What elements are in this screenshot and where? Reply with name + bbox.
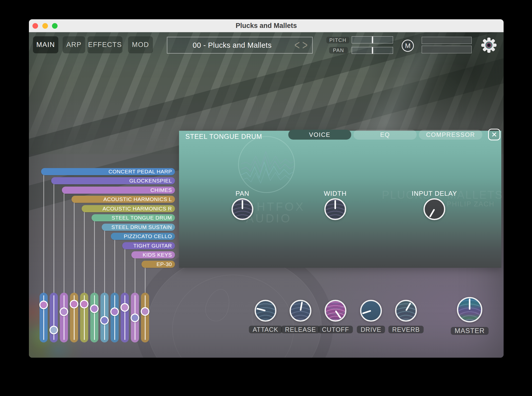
preset-next-icon[interactable]: > — [302, 39, 308, 52]
tab-effects[interactable]: EFFECTS — [87, 36, 122, 53]
pan-slider[interactable] — [352, 47, 393, 54]
fader-handle-steel-tongue-drum[interactable] — [90, 304, 99, 313]
panel-knob-label-input-delay: INPUT DELAY — [412, 190, 457, 197]
panel-knob-width[interactable] — [324, 198, 346, 220]
pitch-slider-handle[interactable] — [372, 37, 373, 43]
panel-close-button[interactable]: ✕ — [488, 129, 500, 140]
channel-connector-line — [104, 229, 105, 293]
channel-connector-line — [114, 238, 115, 293]
fader-handle-acoustic-harmonics-r[interactable] — [80, 300, 88, 308]
fader-track-line — [64, 295, 64, 340]
fader-handle-acoustic-harmonics-l[interactable] — [70, 300, 78, 308]
plugin-window: Plucks and Mallets MAIN ARP EFFECTS MOD … — [29, 19, 504, 358]
panel-tab-compressor[interactable]: COMPRESSOR — [419, 130, 482, 140]
knob-label-master: MASTER — [451, 327, 489, 335]
fader-handle-concert-pedal-harp[interactable] — [39, 301, 48, 309]
knob-label-reverb: REVERB — [388, 326, 424, 333]
channel-pill-concert-pedal-harp[interactable]: CONCERT PEDAL HARP — [41, 168, 175, 175]
mono-button[interactable]: M — [402, 40, 414, 52]
panel-knob-indicator — [242, 200, 243, 209]
preset-arrows: < > — [282, 41, 312, 50]
fader-handle-ep-30[interactable] — [141, 307, 149, 316]
fader-track-line — [114, 295, 115, 340]
channel-connector-line — [125, 248, 125, 293]
pan-label: PAN — [329, 47, 348, 54]
panel-knob-label-pan: PAN — [236, 190, 250, 197]
knob-label-cutoff: CUTOFF — [318, 326, 353, 333]
watermark-author-name: PHILIP ZACH — [447, 200, 494, 208]
channel-connector-line — [135, 257, 135, 293]
channel-pill-glockenspiel[interactable]: GLOCKENSPIEL — [51, 177, 175, 184]
panel-knob-indicator — [334, 200, 336, 209]
tab-main[interactable]: MAIN — [33, 36, 58, 53]
channel-pill-acoustic-harmonics-l[interactable]: ACOUSTIC HARMONICS L — [72, 196, 175, 203]
channel-pill-kids-keys[interactable]: KIDS KEYS — [131, 251, 175, 258]
knob-label-attack: ATTACK — [249, 326, 282, 333]
channel-connector-line — [43, 174, 44, 293]
voice-editor-panel: STEEL TONGUE DRUM VOICE EQ COMPRESSOR ✕ … — [179, 131, 501, 268]
knob-label-release: RELEASE — [281, 326, 320, 333]
panel-knob-label-width: WIDTH — [324, 190, 347, 197]
preset-selector[interactable]: 00 - Plucks and Mallets < > — [167, 37, 313, 54]
preset-name: 00 - Plucks and Mallets — [167, 41, 282, 50]
pitch-label: PITCH — [326, 37, 349, 43]
pan-slider-handle[interactable] — [372, 47, 373, 54]
fader-handle-pizzicato-cello[interactable] — [110, 307, 119, 316]
panel-tab-eq[interactable]: EQ — [353, 130, 417, 140]
fader-handle-chimes[interactable] — [60, 307, 68, 316]
watermark-brand-line2: AUDIO — [246, 211, 292, 225]
preset-prev-icon[interactable]: < — [294, 39, 300, 52]
fader-track-line — [125, 295, 125, 340]
channel-pill-pizzicato-cello[interactable]: PIZZICATO CELLO — [111, 233, 175, 240]
channel-connector-line — [64, 192, 64, 293]
panel-knob-indicator — [429, 209, 435, 218]
channel-connector-line — [84, 211, 85, 293]
panel-knob-pan[interactable] — [232, 198, 253, 220]
fader-track-line — [145, 295, 146, 340]
lightfox-logo-watermark — [238, 136, 295, 193]
fader-handle-steel-drum-sustain[interactable] — [100, 316, 109, 325]
tab-arp[interactable]: ARP — [63, 36, 85, 53]
pitch-slider[interactable] — [352, 36, 393, 43]
knob-label-drive: DRIVE — [357, 326, 385, 333]
fader-handle-kids-keys[interactable] — [131, 314, 139, 322]
channel-pill-steel-tongue-drum[interactable]: STEEL TONGUE DRUM — [92, 214, 175, 221]
channel-pill-acoustic-harmonics-r[interactable]: ACOUSTIC HARMONICS R — [82, 205, 175, 212]
close-icon: ✕ — [491, 130, 497, 139]
channel-pill-tight-guitar[interactable]: TIGHT GUITAR — [122, 242, 175, 249]
channel-connector-line — [145, 266, 146, 293]
panel-knob-input-delay[interactable] — [423, 198, 445, 220]
channel-pill-chimes[interactable]: CHIMES — [62, 187, 175, 194]
channel-connector-line — [94, 220, 95, 293]
channel-pill-steel-drum-sustain[interactable]: STEEL DRUM SUSTAIN — [102, 224, 175, 231]
panel-tab-voice[interactable]: VOICE — [288, 130, 351, 140]
settings-gear-icon[interactable] — [481, 37, 497, 53]
window-title: Plucks and Mallets — [29, 19, 504, 32]
tab-mod[interactable]: MOD — [128, 36, 153, 53]
fader-track-line — [94, 295, 95, 340]
panel-title: STEEL TONGUE DRUM — [185, 133, 262, 141]
level-meter-right — [422, 46, 472, 53]
channel-connector-line — [74, 201, 75, 293]
fader-handle-glockenspiel[interactable] — [49, 326, 58, 334]
level-meter-left — [422, 37, 472, 44]
fader-handle-tight-guitar[interactable] — [120, 303, 129, 312]
channel-pill-ep-30[interactable]: EP-30 — [141, 261, 175, 268]
titlebar: Plucks and Mallets — [29, 19, 504, 32]
channel-connector-line — [54, 183, 54, 293]
